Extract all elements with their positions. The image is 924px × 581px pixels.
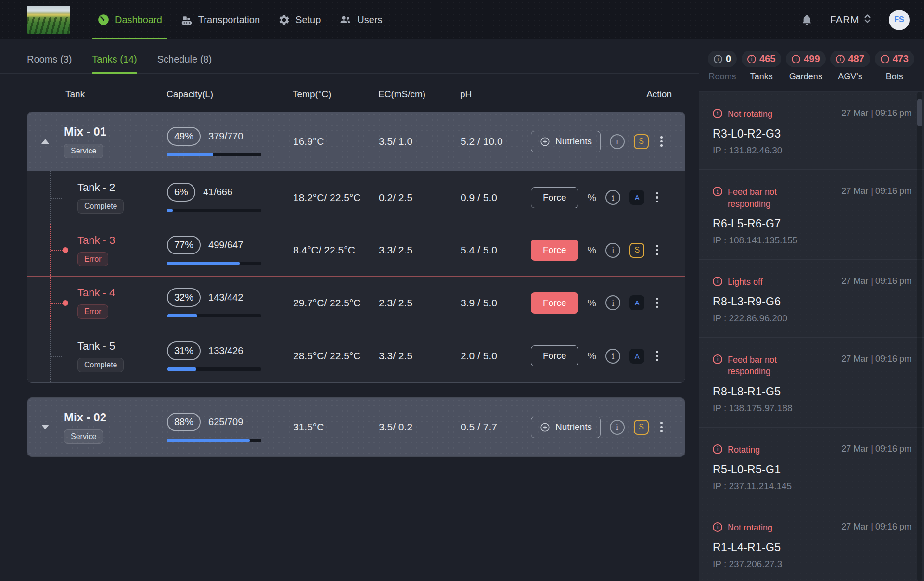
tab-rooms-3[interactable]: Rooms (3) xyxy=(27,54,72,73)
info-icon[interactable]: i xyxy=(605,243,620,258)
notification-timestamp: 27 Mar | 09:16 pm xyxy=(836,522,911,532)
force-button[interactable]: Force xyxy=(531,292,578,314)
user-avatar[interactable]: FS xyxy=(889,10,910,30)
status-badge: Service xyxy=(64,144,103,158)
stat-bots[interactable]: i473Bots xyxy=(875,51,914,82)
tree-branch-line xyxy=(51,198,62,199)
farm-selector[interactable]: FARM xyxy=(830,13,872,27)
action-cell: Force%iA xyxy=(531,345,685,366)
info-icon[interactable]: i xyxy=(610,420,625,435)
kebab-menu-icon[interactable] xyxy=(654,349,661,363)
kebab-menu-icon[interactable] xyxy=(658,135,665,148)
stat-tanks[interactable]: i465Tanks xyxy=(742,51,781,82)
kebab-menu-icon[interactable] xyxy=(654,296,661,310)
capacity-progressbar xyxy=(167,314,261,317)
info-circle-icon: i xyxy=(881,55,889,63)
alert-circle-icon: i xyxy=(713,109,722,118)
notification-item[interactable]: iFeed bar not responding27 Mar | 09:16 p… xyxy=(699,170,924,260)
action-cell: Force%iS xyxy=(531,240,685,261)
nutrients-button[interactable]: Nutrients xyxy=(531,417,601,438)
stat-value: 465 xyxy=(759,53,775,64)
scrollbar-thumb[interactable] xyxy=(917,99,922,126)
stat-agv-s[interactable]: i487AGV's xyxy=(830,51,870,82)
expand-icon[interactable] xyxy=(41,425,49,429)
expander-cell xyxy=(27,112,64,171)
flag-badge-a[interactable]: A xyxy=(629,349,644,364)
stat-rooms[interactable]: i0Rooms xyxy=(708,51,737,82)
capacity-percent-pill: 88% xyxy=(167,413,201,431)
device-ip: IP : 131.82.46.30 xyxy=(713,145,911,156)
notification-item[interactable]: iNot rotating27 Mar | 09:16 pmR1-L4-R1-G… xyxy=(699,505,924,581)
stat-gardens[interactable]: i499Gardens xyxy=(786,51,825,82)
nav-item-dashboard[interactable]: Dashboard xyxy=(95,0,164,39)
notification-item[interactable]: iFeed bar not responding27 Mar | 09:16 p… xyxy=(699,338,924,428)
tree-branch-line xyxy=(51,250,63,251)
capacity-progressbar xyxy=(167,262,261,265)
notification-header: iLights off27 Mar | 09:16 pm xyxy=(713,276,911,288)
info-circle-icon: i xyxy=(792,55,800,63)
alert-circle-icon: i xyxy=(713,522,722,532)
flag-badge-a[interactable]: A xyxy=(629,295,644,310)
capacity-progress-fill xyxy=(167,439,250,442)
force-button[interactable]: Force xyxy=(531,240,578,261)
alert-circle-icon: i xyxy=(713,277,722,286)
info-icon[interactable]: i xyxy=(605,295,620,310)
stat-label: Bots xyxy=(886,72,903,82)
notification-status: iLights off xyxy=(713,276,763,288)
notification-item[interactable]: iRotating27 Mar | 09:16 pmR5-L0-R5-G1IP … xyxy=(699,428,924,505)
tab-tanks-14[interactable]: Tanks (14) xyxy=(92,54,137,73)
capacity-progress-fill xyxy=(167,367,196,371)
main-panel: Rooms (3)Tanks (14)Schedule (8) TankCapa… xyxy=(0,39,699,581)
farm-logo[interactable] xyxy=(27,6,70,34)
flag-badge-s[interactable]: S xyxy=(634,134,649,149)
col-header-tank: Tank xyxy=(64,89,167,100)
force-button[interactable]: Force xyxy=(531,187,578,208)
info-icon[interactable]: i xyxy=(610,134,625,149)
info-icon[interactable]: i xyxy=(605,349,620,364)
flag-badge-a[interactable]: A xyxy=(629,190,644,205)
temp-value: 29.7°C/ 22.5°C xyxy=(293,297,379,309)
nav-item-users[interactable]: Users xyxy=(337,0,384,39)
percent-unit-label: % xyxy=(588,244,597,256)
status-badge: Error xyxy=(77,252,108,266)
mix-row-mix-02[interactable]: Mix - 02Service88%625/70931.5°C3.5/ 0.20… xyxy=(27,398,685,456)
notification-timestamp: 27 Mar | 09:16 pm xyxy=(836,354,911,364)
flag-badge-s[interactable]: S xyxy=(634,420,649,435)
capacity-percent-pill: 49% xyxy=(167,127,201,146)
stat-value: 499 xyxy=(804,53,820,64)
notification-status: iRotating xyxy=(713,444,760,455)
force-button[interactable]: Force xyxy=(531,345,578,366)
kebab-menu-icon[interactable] xyxy=(654,191,661,204)
plus-circle-icon xyxy=(539,422,551,433)
capacity-progress-fill xyxy=(167,314,197,317)
device-code: R5-L0-R5-G1 xyxy=(713,463,911,476)
notifications-panel: iNot rotating27 Mar | 09:16 pmR3-L0-R2-G… xyxy=(699,92,924,581)
ph-value: 5.4 / 5.0 xyxy=(461,244,531,256)
tab-schedule-8[interactable]: Schedule (8) xyxy=(157,54,212,73)
nav-item-setup[interactable]: Setup xyxy=(276,0,322,39)
temp-value: 18.2°C/ 22.5°C xyxy=(293,192,379,203)
ph-value: 3.9 / 5.0 xyxy=(461,297,531,309)
tank-name: Mix - 02 xyxy=(64,411,167,424)
notifications-bell-icon[interactable] xyxy=(801,14,813,26)
kebab-menu-icon[interactable] xyxy=(654,243,661,257)
kebab-menu-icon[interactable] xyxy=(658,420,665,434)
notification-status-text: Lights off xyxy=(728,276,763,288)
notification-timestamp: 27 Mar | 09:16 pm xyxy=(836,186,911,196)
flag-badge-s[interactable]: S xyxy=(629,243,644,258)
collapse-icon[interactable] xyxy=(41,139,49,144)
info-icon[interactable]: i xyxy=(605,190,620,205)
status-badge: Error xyxy=(77,304,108,319)
info-circle-icon: i xyxy=(836,55,845,63)
tank-row-tank-2: Tank - 2Complete6%41/66618.2°C/ 22.5°C0.… xyxy=(27,171,685,224)
capacity-progressbar xyxy=(167,153,261,156)
nav-item-transportation[interactable]: Transportation xyxy=(179,0,262,39)
notification-item[interactable]: iLights off27 Mar | 09:16 pmR8-L3-R9-G6I… xyxy=(699,260,924,338)
stats-summary: i0Roomsi465Tanksi499Gardensi487AGV'si473… xyxy=(699,39,924,92)
nutrients-button[interactable]: Nutrients xyxy=(531,131,601,152)
notification-item[interactable]: iNot rotating27 Mar | 09:16 pmR3-L0-R2-G… xyxy=(699,92,924,170)
temp-value: 31.5°C xyxy=(293,421,379,433)
device-code: R8-L8-R1-G5 xyxy=(713,385,911,398)
mix-row-mix-01[interactable]: Mix - 01Service49%379/77016.9°C3.5/ 1.05… xyxy=(27,112,685,171)
col-header-temp-c: Temp(°C) xyxy=(293,89,378,100)
